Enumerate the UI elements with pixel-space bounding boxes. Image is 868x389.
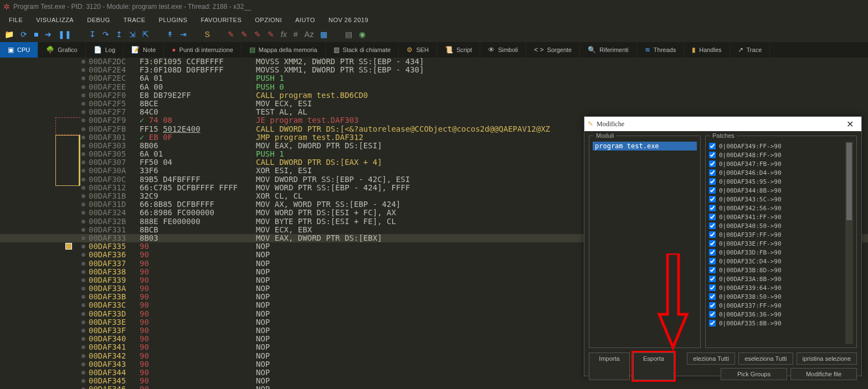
hash-icon[interactable]: # bbox=[294, 30, 298, 39]
disasm-row[interactable]: 00DAF2DCF3:0F1095 CCFBFFFFMOVSS XMM2, DW… bbox=[0, 58, 868, 66]
labels-icon[interactable]: ✎ bbox=[254, 30, 261, 39]
patch-row[interactable]: 0|00DAF33F:FF->90 bbox=[709, 230, 844, 239]
patch-row[interactable]: 0|00DAF341:FF->90 bbox=[709, 212, 844, 221]
patch-checkbox[interactable] bbox=[709, 214, 716, 220]
step-into-icon[interactable]: ↧ bbox=[89, 30, 96, 39]
patch-row[interactable]: 0|00DAF338:50->90 bbox=[709, 292, 844, 301]
breakpoint-dot[interactable] bbox=[81, 270, 85, 274]
menu-item[interactable]: OPZIONI bbox=[248, 14, 289, 25]
deselect-all-button[interactable]: eseleziona Tutti bbox=[738, 352, 793, 365]
patch-row[interactable]: 0|00DAF340:50->90 bbox=[709, 221, 844, 230]
patch-checkbox[interactable] bbox=[709, 143, 716, 149]
scrollbar[interactable] bbox=[845, 142, 853, 344]
tab-log[interactable]: 📄Log bbox=[86, 42, 124, 58]
run-icon[interactable]: ➔ bbox=[45, 30, 52, 39]
patch-row[interactable]: 0|00DAF335:8B->90 bbox=[709, 319, 844, 328]
tab-cpu[interactable]: ▣CPU bbox=[0, 42, 38, 58]
patch-checkbox[interactable] bbox=[709, 178, 716, 185]
patch-row[interactable]: 0|00DAF33B:8D->90 bbox=[709, 266, 844, 274]
breakpoint-dot[interactable] bbox=[81, 60, 85, 64]
dialog-titlebar[interactable]: ✎ Modifiche ✕ bbox=[584, 117, 861, 131]
breakpoint-dot[interactable] bbox=[81, 245, 85, 248]
restore-selection-button[interactable]: ipristina selezione bbox=[797, 352, 857, 365]
disasm-row[interactable]: 00DAF2F0E8 DB79E2FFCALL program test.BD6… bbox=[0, 91, 868, 100]
patch-row[interactable]: 0|00DAF348:FF->90 bbox=[709, 151, 844, 159]
close-icon[interactable]: ✕ bbox=[842, 119, 858, 129]
tab-seh[interactable]: ⚙SEH bbox=[399, 42, 437, 58]
patch-row[interactable]: 0|00DAF349:FF->90 bbox=[709, 142, 844, 151]
functions-icon[interactable]: fx bbox=[281, 30, 287, 39]
breakpoint-dot[interactable] bbox=[81, 118, 85, 122]
breakpoint-dot[interactable] bbox=[81, 169, 85, 173]
tab-mappa-della-memoria[interactable]: ▤Mappa della memoria bbox=[242, 42, 326, 58]
patch-checkbox[interactable] bbox=[709, 293, 716, 300]
patch-checkbox[interactable] bbox=[709, 196, 716, 203]
breakpoint-dot[interactable] bbox=[81, 312, 85, 316]
patch-checkbox[interactable] bbox=[709, 284, 716, 291]
menu-item[interactable]: DEBUG bbox=[80, 14, 117, 25]
modules-list[interactable]: program test.exe bbox=[593, 142, 697, 151]
tab-script[interactable]: 📜Script bbox=[437, 42, 480, 58]
run-to-user-icon[interactable]: ↟ bbox=[167, 30, 173, 39]
patch-row[interactable]: 0|00DAF33A:8B->90 bbox=[709, 274, 844, 283]
tab-note[interactable]: 📝Note bbox=[124, 42, 164, 58]
breakpoint-dot[interactable] bbox=[81, 211, 85, 215]
tab-handles[interactable]: ▮Handles bbox=[684, 42, 730, 58]
breakpoint-dot[interactable] bbox=[81, 68, 85, 72]
pause-icon[interactable]: ❚❚ bbox=[58, 30, 71, 39]
module-row[interactable]: program test.exe bbox=[593, 142, 697, 151]
menu-item[interactable]: FILE bbox=[2, 14, 29, 25]
breakpoint-dot[interactable] bbox=[81, 253, 85, 257]
menu-item[interactable]: VISUALIZZA bbox=[29, 14, 80, 25]
bookmarks-icon[interactable]: ✎ bbox=[268, 30, 274, 39]
patch-row[interactable]: 0|00DAF347:FB->90 bbox=[709, 159, 844, 168]
breakpoint-dot[interactable] bbox=[81, 379, 85, 383]
menu-item[interactable]: FAVOURITES bbox=[194, 14, 248, 25]
breakpoint-dot[interactable] bbox=[81, 278, 85, 282]
patch-row[interactable]: 0|00DAF33D:FB->90 bbox=[709, 248, 844, 257]
patch-row[interactable]: 0|00DAF33E:FF->90 bbox=[709, 239, 844, 248]
patch-checkbox[interactable] bbox=[709, 231, 716, 238]
breakpoint-dot[interactable] bbox=[81, 354, 85, 358]
breakpoint-dot[interactable] bbox=[81, 295, 85, 299]
open-icon[interactable]: 📁 bbox=[4, 30, 14, 39]
breakpoint-dot[interactable] bbox=[81, 194, 85, 198]
patch-checkbox[interactable] bbox=[709, 222, 716, 229]
restart-icon[interactable]: ⟳ bbox=[20, 30, 27, 39]
patch-checkbox[interactable] bbox=[709, 302, 716, 309]
patch-checkbox[interactable] bbox=[709, 267, 716, 273]
patch-row[interactable]: 0|00DAF345:95->90 bbox=[709, 177, 844, 186]
disasm-row[interactable]: 00DAF2EE6A 00PUSH 0 bbox=[0, 83, 868, 91]
breakpoint-dot[interactable] bbox=[81, 228, 85, 232]
breakpoint-dot[interactable] bbox=[81, 236, 85, 240]
patch-row[interactable]: 0|00DAF336:36->90 bbox=[709, 310, 844, 319]
calc-icon[interactable]: ▦ bbox=[320, 30, 327, 39]
breakpoint-dot[interactable] bbox=[81, 371, 85, 375]
tab-punti-di-interruzione[interactable]: ●Punti di interruzione bbox=[164, 42, 241, 58]
breakpoint-dot[interactable] bbox=[81, 94, 85, 97]
menu-item[interactable]: PLUGINS bbox=[152, 14, 194, 25]
tab-stack-di-chiamate[interactable]: ▥Stack di chiamate bbox=[326, 42, 399, 58]
patch-checkbox[interactable] bbox=[709, 258, 716, 264]
breakpoint-dot[interactable] bbox=[81, 178, 85, 181]
scroll-thumb[interactable] bbox=[846, 143, 852, 220]
patch-checkbox[interactable] bbox=[709, 160, 716, 167]
breakpoint-dot[interactable] bbox=[81, 152, 85, 156]
tab-trace[interactable]: ↗Trace bbox=[730, 42, 771, 58]
run-to-sel-icon[interactable]: ⇥ bbox=[180, 30, 187, 39]
about-icon[interactable]: ◉ bbox=[359, 30, 366, 39]
breakpoint-dot[interactable] bbox=[81, 362, 85, 366]
disasm-row[interactable]: 00DAF34690NOP bbox=[0, 385, 868, 389]
patch-row[interactable]: 0|00DAF339:64->90 bbox=[709, 283, 844, 292]
az-icon[interactable]: Aᴢ bbox=[305, 30, 314, 39]
patch-checkbox[interactable] bbox=[709, 187, 716, 194]
patches-icon[interactable]: ✎ bbox=[228, 30, 234, 39]
trace-over-icon[interactable]: ⇱ bbox=[142, 30, 149, 39]
comments-icon[interactable]: ✎ bbox=[241, 30, 248, 39]
patch-checkbox[interactable] bbox=[709, 249, 716, 256]
patch-row[interactable]: 0|00DAF337:FF->90 bbox=[709, 301, 844, 310]
disasm-row[interactable]: 00DAF2E4F3:0F108D D0FBFFFFMOVSS XMM1, DW… bbox=[0, 66, 868, 74]
patches-list[interactable]: 0|00DAF349:FF->900|00DAF348:FF->900|00DA… bbox=[709, 142, 853, 344]
breakpoint-dot[interactable] bbox=[81, 262, 85, 266]
pick-groups-button[interactable]: Pick Groups bbox=[721, 368, 787, 380]
